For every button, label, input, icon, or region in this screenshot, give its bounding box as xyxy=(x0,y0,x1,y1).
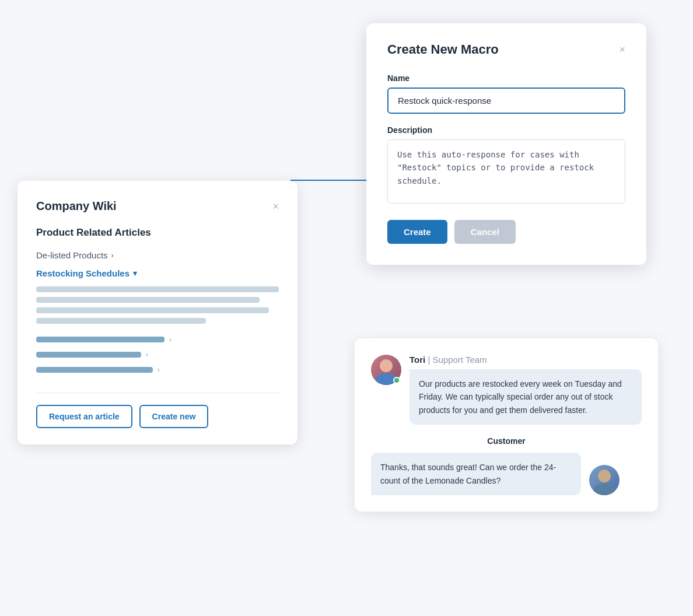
chat-customer-section: Customer xyxy=(371,436,642,446)
macro-modal: Create New Macro × Name Description Use … xyxy=(366,23,646,265)
macro-name-input[interactable] xyxy=(387,88,625,114)
sub-article-chevron-1: › xyxy=(169,335,172,344)
sub-article-bar-3 xyxy=(36,367,153,373)
sub-article-item-2[interactable]: › xyxy=(36,351,279,359)
macro-description-textarea[interactable]: Use this auto-response for cases with "R… xyxy=(387,139,625,204)
customer-avatar xyxy=(589,465,620,495)
sub-article-bar-2 xyxy=(36,352,141,358)
macro-close-button[interactable]: × xyxy=(619,44,625,55)
wiki-article-restocking[interactable]: Restocking Schedules ▾ xyxy=(36,268,279,278)
macro-create-button[interactable]: Create xyxy=(387,220,447,244)
chevron-right-icon: › xyxy=(111,251,114,260)
sub-article-bar-1 xyxy=(36,337,164,342)
skeleton-line-1 xyxy=(36,286,279,292)
wiki-panel: Company Wiki × Product Related Articles … xyxy=(18,181,298,444)
sub-article-item-1[interactable]: › xyxy=(36,335,279,344)
create-new-button[interactable]: Create new xyxy=(139,405,209,428)
chat-panel: Tori | Support Team Our products are res… xyxy=(355,338,658,512)
macro-modal-title: Create New Macro xyxy=(387,42,499,57)
macro-name-label: Name xyxy=(387,74,625,83)
wiki-footer: Request an article Create new xyxy=(36,393,279,428)
customer-avatar-wrap xyxy=(589,465,620,495)
wiki-article-delisted[interactable]: De-listed Products › xyxy=(36,250,279,260)
agent-message-bubble: Our products are restocked every week on… xyxy=(410,369,642,425)
skeleton-content xyxy=(36,286,279,324)
skeleton-line-4 xyxy=(36,318,206,324)
chat-agent-row: Tori | Support Team Our products are res… xyxy=(371,355,642,425)
sub-article-chevron-3: › xyxy=(158,366,160,374)
agent-team: | Support Team xyxy=(428,355,487,365)
macro-description-label: Description xyxy=(387,125,625,135)
macro-modal-header: Create New Macro × xyxy=(387,42,625,57)
request-article-button[interactable]: Request an article xyxy=(36,405,132,428)
sub-article-chevron-2: › xyxy=(146,351,148,359)
customer-head xyxy=(598,470,611,482)
agent-head xyxy=(380,359,393,372)
sub-articles-list: › › › xyxy=(36,335,279,374)
macro-cancel-button[interactable]: Cancel xyxy=(454,220,516,244)
wiki-panel-title: Company Wiki xyxy=(36,200,117,213)
chat-agent-info: Tori | Support Team Our products are res… xyxy=(410,355,642,425)
chat-name-row: Tori | Support Team xyxy=(410,355,642,365)
macro-button-group: Create Cancel xyxy=(387,220,625,244)
wiki-panel-header: Company Wiki × xyxy=(36,200,279,213)
customer-body xyxy=(594,484,615,495)
skeleton-line-2 xyxy=(36,297,260,303)
online-status-indicator xyxy=(393,377,400,384)
wiki-section-heading: Product Related Articles xyxy=(36,227,279,239)
wiki-close-button[interactable]: × xyxy=(272,201,279,212)
sub-article-item-3[interactable]: › xyxy=(36,366,279,374)
customer-avatar-shape xyxy=(589,465,620,495)
chat-customer-row: Thanks, that sounds great! Can we order … xyxy=(371,453,642,495)
customer-label: Customer xyxy=(371,436,642,446)
skeleton-line-3 xyxy=(36,307,269,313)
chevron-down-icon: ▾ xyxy=(133,269,137,278)
agent-avatar-wrap xyxy=(371,355,401,385)
agent-name: Tori xyxy=(410,355,425,365)
customer-message-bubble: Thanks, that sounds great! Can we order … xyxy=(371,453,581,495)
